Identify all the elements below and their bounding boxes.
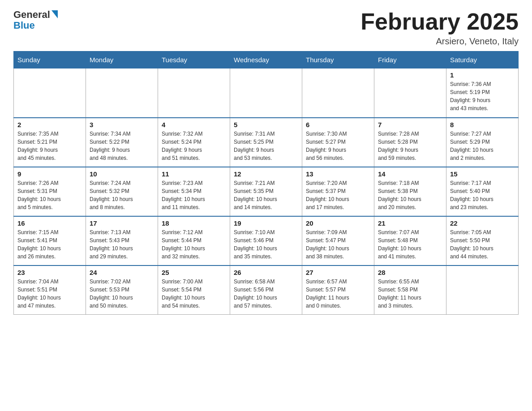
day-info: Sunrise: 7:18 AM Sunset: 5:38 PM Dayligh… bbox=[378, 179, 442, 211]
page-header: General Blue February 2025 Arsiero, Vene… bbox=[13, 9, 519, 47]
calendar-cell: 12Sunrise: 7:21 AM Sunset: 5:35 PM Dayli… bbox=[230, 167, 302, 216]
calendar-cell bbox=[86, 68, 158, 118]
calendar-cell: 23Sunrise: 7:04 AM Sunset: 5:51 PM Dayli… bbox=[14, 265, 86, 315]
day-number: 7 bbox=[378, 121, 442, 128]
day-info: Sunrise: 7:34 AM Sunset: 5:22 PM Dayligh… bbox=[90, 130, 154, 162]
week-row-2: 2Sunrise: 7:35 AM Sunset: 5:21 PM Daylig… bbox=[14, 118, 519, 167]
day-number: 17 bbox=[90, 219, 154, 227]
day-number: 2 bbox=[17, 121, 82, 128]
day-number: 9 bbox=[17, 170, 82, 178]
day-header-monday: Monday bbox=[86, 51, 158, 68]
week-row-4: 16Sunrise: 7:15 AM Sunset: 5:41 PM Dayli… bbox=[14, 216, 519, 265]
month-title: February 2025 bbox=[360, 9, 519, 34]
day-info: Sunrise: 6:55 AM Sunset: 5:58 PM Dayligh… bbox=[378, 278, 442, 310]
day-info: Sunrise: 7:23 AM Sunset: 5:34 PM Dayligh… bbox=[162, 179, 226, 211]
day-header-wednesday: Wednesday bbox=[230, 51, 302, 68]
calendar-table: SundayMondayTuesdayWednesdayThursdayFrid… bbox=[13, 51, 519, 315]
calendar-cell: 7Sunrise: 7:28 AM Sunset: 5:28 PM Daylig… bbox=[374, 118, 446, 167]
day-header-saturday: Saturday bbox=[446, 51, 519, 68]
calendar-cell: 27Sunrise: 6:57 AM Sunset: 5:57 PM Dayli… bbox=[302, 265, 374, 315]
day-number: 27 bbox=[306, 269, 370, 276]
day-number: 18 bbox=[162, 219, 226, 227]
day-number: 20 bbox=[306, 219, 370, 227]
day-number: 15 bbox=[450, 170, 515, 178]
day-info: Sunrise: 7:13 AM Sunset: 5:43 PM Dayligh… bbox=[90, 228, 154, 261]
day-number: 11 bbox=[162, 170, 226, 178]
days-header-row: SundayMondayTuesdayWednesdayThursdayFrid… bbox=[14, 51, 519, 68]
calendar-cell: 10Sunrise: 7:24 AM Sunset: 5:32 PM Dayli… bbox=[86, 167, 158, 216]
day-info: Sunrise: 7:32 AM Sunset: 5:24 PM Dayligh… bbox=[162, 130, 226, 162]
day-number: 4 bbox=[162, 121, 226, 128]
calendar-cell: 14Sunrise: 7:18 AM Sunset: 5:38 PM Dayli… bbox=[374, 167, 446, 216]
calendar-cell bbox=[446, 265, 519, 315]
day-number: 12 bbox=[234, 170, 298, 178]
day-info: Sunrise: 7:21 AM Sunset: 5:35 PM Dayligh… bbox=[234, 179, 298, 211]
day-info: Sunrise: 7:05 AM Sunset: 5:50 PM Dayligh… bbox=[450, 228, 515, 261]
day-number: 21 bbox=[378, 219, 442, 227]
logo: General Blue bbox=[13, 9, 58, 31]
day-info: Sunrise: 7:24 AM Sunset: 5:32 PM Dayligh… bbox=[90, 179, 154, 211]
calendar-cell: 28Sunrise: 6:55 AM Sunset: 5:58 PM Dayli… bbox=[374, 265, 446, 315]
day-info: Sunrise: 7:26 AM Sunset: 5:31 PM Dayligh… bbox=[17, 179, 82, 211]
day-number: 25 bbox=[162, 269, 226, 276]
day-info: Sunrise: 7:35 AM Sunset: 5:21 PM Dayligh… bbox=[17, 130, 82, 162]
day-info: Sunrise: 7:30 AM Sunset: 5:27 PM Dayligh… bbox=[306, 130, 370, 162]
day-header-thursday: Thursday bbox=[302, 51, 374, 68]
day-info: Sunrise: 7:12 AM Sunset: 5:44 PM Dayligh… bbox=[162, 228, 226, 261]
calendar-cell: 13Sunrise: 7:20 AM Sunset: 5:37 PM Dayli… bbox=[302, 167, 374, 216]
calendar-cell bbox=[230, 68, 302, 118]
day-number: 26 bbox=[234, 269, 298, 276]
day-number: 1 bbox=[450, 71, 515, 79]
day-header-friday: Friday bbox=[374, 51, 446, 68]
day-info: Sunrise: 6:58 AM Sunset: 5:56 PM Dayligh… bbox=[234, 278, 298, 310]
logo-blue-text: Blue bbox=[13, 20, 35, 31]
calendar-cell bbox=[158, 68, 230, 118]
calendar-cell: 2Sunrise: 7:35 AM Sunset: 5:21 PM Daylig… bbox=[14, 118, 86, 167]
calendar-cell bbox=[14, 68, 86, 118]
day-info: Sunrise: 7:02 AM Sunset: 5:53 PM Dayligh… bbox=[90, 278, 154, 310]
calendar-cell: 5Sunrise: 7:31 AM Sunset: 5:25 PM Daylig… bbox=[230, 118, 302, 167]
calendar-cell: 22Sunrise: 7:05 AM Sunset: 5:50 PM Dayli… bbox=[446, 216, 519, 265]
day-info: Sunrise: 7:17 AM Sunset: 5:40 PM Dayligh… bbox=[450, 179, 515, 211]
day-number: 24 bbox=[90, 269, 154, 276]
calendar-cell: 15Sunrise: 7:17 AM Sunset: 5:40 PM Dayli… bbox=[446, 167, 519, 216]
day-number: 6 bbox=[306, 121, 370, 128]
day-number: 19 bbox=[234, 219, 298, 227]
location-text: Arsiero, Veneto, Italy bbox=[360, 36, 519, 47]
day-info: Sunrise: 7:28 AM Sunset: 5:28 PM Dayligh… bbox=[378, 130, 442, 162]
day-info: Sunrise: 7:20 AM Sunset: 5:37 PM Dayligh… bbox=[306, 179, 370, 211]
calendar-cell: 17Sunrise: 7:13 AM Sunset: 5:43 PM Dayli… bbox=[86, 216, 158, 265]
logo-top: General bbox=[13, 9, 58, 21]
day-number: 5 bbox=[234, 121, 298, 128]
calendar-cell: 1Sunrise: 7:36 AM Sunset: 5:19 PM Daylig… bbox=[446, 68, 519, 118]
calendar-cell: 6Sunrise: 7:30 AM Sunset: 5:27 PM Daylig… bbox=[302, 118, 374, 167]
calendar-cell: 16Sunrise: 7:15 AM Sunset: 5:41 PM Dayli… bbox=[14, 216, 86, 265]
day-info: Sunrise: 7:27 AM Sunset: 5:29 PM Dayligh… bbox=[450, 130, 515, 162]
day-number: 10 bbox=[90, 170, 154, 178]
day-number: 23 bbox=[17, 269, 82, 276]
day-info: Sunrise: 7:36 AM Sunset: 5:19 PM Dayligh… bbox=[450, 80, 515, 112]
calendar-cell: 4Sunrise: 7:32 AM Sunset: 5:24 PM Daylig… bbox=[158, 118, 230, 167]
day-number: 3 bbox=[90, 121, 154, 128]
calendar-cell: 3Sunrise: 7:34 AM Sunset: 5:22 PM Daylig… bbox=[86, 118, 158, 167]
calendar-cell: 19Sunrise: 7:10 AM Sunset: 5:46 PM Dayli… bbox=[230, 216, 302, 265]
calendar-cell: 8Sunrise: 7:27 AM Sunset: 5:29 PM Daylig… bbox=[446, 118, 519, 167]
day-info: Sunrise: 7:00 AM Sunset: 5:54 PM Dayligh… bbox=[162, 278, 226, 310]
day-info: Sunrise: 7:07 AM Sunset: 5:48 PM Dayligh… bbox=[378, 228, 442, 261]
day-number: 14 bbox=[378, 170, 442, 178]
day-number: 22 bbox=[450, 219, 515, 227]
day-number: 16 bbox=[17, 219, 82, 227]
logo-general-text: General bbox=[13, 9, 50, 21]
day-info: Sunrise: 6:57 AM Sunset: 5:57 PM Dayligh… bbox=[306, 278, 370, 310]
calendar-cell: 9Sunrise: 7:26 AM Sunset: 5:31 PM Daylig… bbox=[14, 167, 86, 216]
day-number: 8 bbox=[450, 121, 515, 128]
day-info: Sunrise: 7:04 AM Sunset: 5:51 PM Dayligh… bbox=[17, 278, 82, 310]
week-row-1: 1Sunrise: 7:36 AM Sunset: 5:19 PM Daylig… bbox=[14, 68, 519, 118]
day-info: Sunrise: 7:10 AM Sunset: 5:46 PM Dayligh… bbox=[234, 228, 298, 261]
calendar-cell: 26Sunrise: 6:58 AM Sunset: 5:56 PM Dayli… bbox=[230, 265, 302, 315]
day-info: Sunrise: 7:15 AM Sunset: 5:41 PM Dayligh… bbox=[17, 228, 82, 261]
calendar-cell: 11Sunrise: 7:23 AM Sunset: 5:34 PM Dayli… bbox=[158, 167, 230, 216]
day-header-tuesday: Tuesday bbox=[158, 51, 230, 68]
calendar-cell: 24Sunrise: 7:02 AM Sunset: 5:53 PM Dayli… bbox=[86, 265, 158, 315]
day-header-sunday: Sunday bbox=[14, 51, 86, 68]
